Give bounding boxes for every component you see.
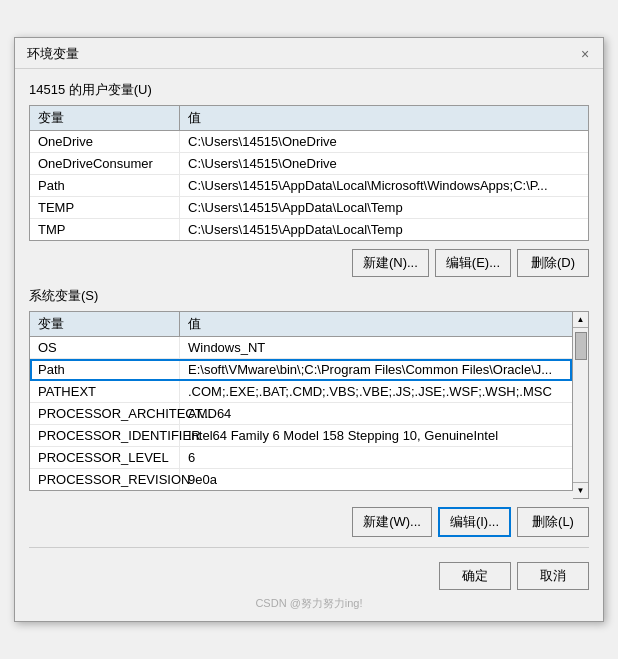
table-row[interactable]: OneDrive C:\Users\14515\OneDrive (30, 131, 588, 153)
scroll-up-arrow[interactable]: ▲ (573, 312, 588, 328)
sys-row-val: E:\soft\VMware\bin\;C:\Program Files\Com… (180, 359, 572, 380)
sys-row-var: PATHEXT (30, 381, 180, 402)
scroll-track (573, 328, 588, 482)
table-row[interactable]: TMP C:\Users\14515\AppData\Local\Temp (30, 219, 588, 240)
sys-row-var: PROCESSOR_ARCHITECT... (30, 403, 180, 424)
user-new-button[interactable]: 新建(N)... (352, 249, 429, 277)
divider (29, 547, 589, 548)
user-row-val: C:\Users\14515\AppData\Local\Temp (180, 219, 588, 240)
system-button-row: 新建(W)... 编辑(I)... 删除(L) (29, 507, 589, 537)
table-row[interactable]: PROCESSOR_ARCHITECT... AMD64 (30, 403, 572, 425)
table-row[interactable]: PATHEXT .COM;.EXE;.BAT;.CMD;.VBS;.VBE;.J… (30, 381, 572, 403)
table-row[interactable]: Path C:\Users\14515\AppData\Local\Micros… (30, 175, 588, 197)
sys-row-val: AMD64 (180, 403, 572, 424)
environment-variables-window: 环境变量 × 14515 的用户变量(U) 变量 值 OneDrive C:\U… (14, 37, 604, 622)
sys-row-var: PROCESSOR_REVISION (30, 469, 180, 490)
ok-button[interactable]: 确定 (439, 562, 511, 590)
sys-row-val: Intel64 Family 6 Model 158 Stepping 10, … (180, 425, 572, 446)
user-variables-table: 变量 值 OneDrive C:\Users\14515\OneDrive On… (29, 105, 589, 241)
user-button-row: 新建(N)... 编辑(E)... 删除(D) (29, 249, 589, 277)
scrollbar[interactable]: ▲ ▼ (573, 311, 589, 499)
table-row[interactable]: OneDriveConsumer C:\Users\14515\OneDrive (30, 153, 588, 175)
sys-row-val: .COM;.EXE;.BAT;.CMD;.VBS;.VBE;.JS;.JSE;.… (180, 381, 572, 402)
system-new-button[interactable]: 新建(W)... (352, 507, 432, 537)
table-row[interactable]: OS Windows_NT (30, 337, 572, 359)
footer-buttons: 确定 取消 (29, 556, 589, 594)
user-col-val-header: 值 (180, 106, 588, 130)
user-row-val: C:\Users\14515\OneDrive (180, 153, 588, 174)
system-table-wrapper: 变量 值 OS Windows_NT Path E:\soft\VMware\b… (29, 311, 589, 499)
user-row-val: C:\Users\14515\AppData\Local\Temp (180, 197, 588, 218)
main-content: 14515 的用户变量(U) 变量 值 OneDrive C:\Users\14… (15, 69, 603, 621)
table-row[interactable]: PROCESSOR_REVISION 9e0a (30, 469, 572, 490)
scroll-down-arrow[interactable]: ▼ (573, 482, 588, 498)
sys-row-val: Windows_NT (180, 337, 572, 358)
sys-row-var: PROCESSOR_LEVEL (30, 447, 180, 468)
close-button[interactable]: × (575, 44, 595, 64)
watermark: CSDN @努力努力ing! (29, 594, 589, 611)
system-edit-button[interactable]: 编辑(I)... (438, 507, 511, 537)
system-section-title: 系统变量(S) (29, 287, 589, 305)
table-row[interactable]: TEMP C:\Users\14515\AppData\Local\Temp (30, 197, 588, 219)
user-table-header: 变量 值 (30, 106, 588, 131)
system-delete-button[interactable]: 删除(L) (517, 507, 589, 537)
user-edit-button[interactable]: 编辑(E)... (435, 249, 511, 277)
user-row-var: TEMP (30, 197, 180, 218)
table-row[interactable]: Path E:\soft\VMware\bin\;C:\Program File… (30, 359, 572, 381)
sys-row-val: 9e0a (180, 469, 572, 490)
system-table-header: 变量 值 (30, 312, 572, 337)
table-row[interactable]: PROCESSOR_IDENTIFIER Intel64 Family 6 Mo… (30, 425, 572, 447)
sys-col-var-header: 变量 (30, 312, 180, 336)
user-col-var-header: 变量 (30, 106, 180, 130)
user-row-var: TMP (30, 219, 180, 240)
table-row[interactable]: PROCESSOR_LEVEL 6 (30, 447, 572, 469)
scroll-thumb[interactable] (575, 332, 587, 360)
user-delete-button[interactable]: 删除(D) (517, 249, 589, 277)
user-row-var: OneDrive (30, 131, 180, 152)
user-section-title: 14515 的用户变量(U) (29, 81, 589, 99)
system-variables-table: 变量 值 OS Windows_NT Path E:\soft\VMware\b… (29, 311, 573, 491)
title-bar: 环境变量 × (15, 38, 603, 69)
sys-row-val: 6 (180, 447, 572, 468)
sys-col-val-header: 值 (180, 312, 572, 336)
system-table-body: OS Windows_NT Path E:\soft\VMware\bin\;C… (30, 337, 572, 490)
user-row-val: C:\Users\14515\OneDrive (180, 131, 588, 152)
user-row-val: C:\Users\14515\AppData\Local\Microsoft\W… (180, 175, 588, 196)
sys-row-var: PROCESSOR_IDENTIFIER (30, 425, 180, 446)
user-row-var: Path (30, 175, 180, 196)
sys-row-var: OS (30, 337, 180, 358)
sys-row-var: Path (30, 359, 180, 380)
user-row-var: OneDriveConsumer (30, 153, 180, 174)
cancel-button[interactable]: 取消 (517, 562, 589, 590)
user-table-body: OneDrive C:\Users\14515\OneDrive OneDriv… (30, 131, 588, 240)
window-title: 环境变量 (27, 45, 79, 63)
